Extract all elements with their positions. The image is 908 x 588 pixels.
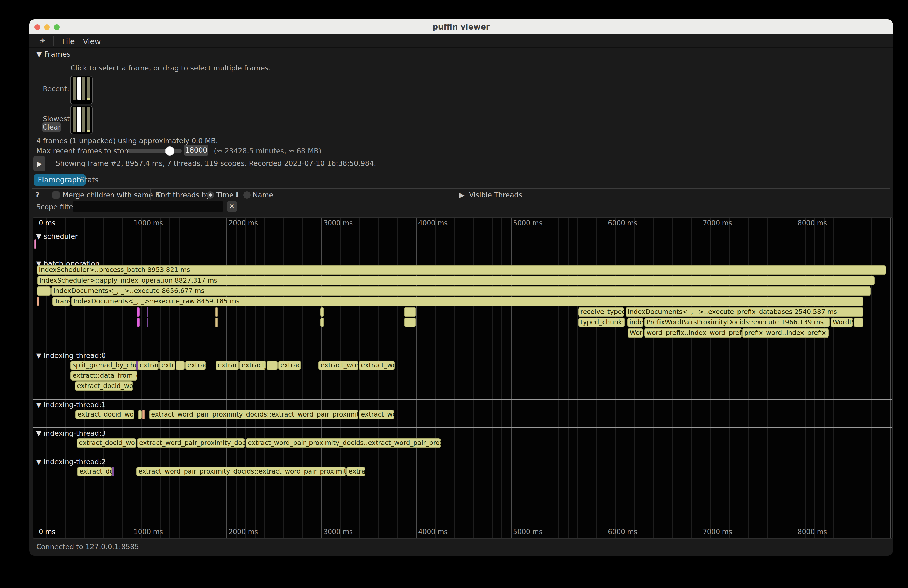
sort-direction-icon[interactable]: ⬇	[234, 191, 240, 199]
flame-bar[interactable]: Trans	[52, 297, 70, 306]
flame-bar[interactable]: extrac	[185, 361, 206, 370]
flame-bar[interactable]: extract_word	[319, 361, 358, 370]
thread-section-separator	[34, 349, 892, 349]
frame-bar[interactable]	[82, 77, 85, 100]
visible-threads-label: Visible Threads	[469, 191, 522, 199]
menu-item-view[interactable]: View	[83, 37, 101, 46]
flame-bar[interactable]	[34, 239, 36, 249]
flame-bar[interactable]	[215, 307, 218, 317]
flame-bar[interactable]: split_grenad_by_chun	[71, 361, 137, 370]
flame-bar[interactable]: extract_	[216, 361, 239, 370]
sort-time-radio[interactable]	[207, 191, 214, 199]
flame-bar[interactable]: IndexScheduler>::process_batch 8953.821 …	[37, 265, 886, 275]
max-frames-value[interactable]: 18000	[184, 145, 208, 156]
flame-bar[interactable]: extract_doc	[77, 467, 112, 476]
flame-bar[interactable]	[136, 361, 138, 370]
flame-bar[interactable]: extract	[138, 361, 159, 370]
scope-filter-input[interactable]	[73, 201, 223, 212]
flame-bar[interactable]: prefix_word::index_prefix_wo	[742, 328, 829, 338]
flame-bar[interactable]: extract_docid_word	[75, 381, 133, 391]
help-button[interactable]: ?	[35, 191, 39, 199]
flame-bar[interactable]: extra	[159, 361, 175, 370]
flame-bar[interactable]: extract::data_from_ob	[71, 371, 137, 381]
frame-bar[interactable]	[87, 107, 90, 132]
slider-knob[interactable]	[165, 146, 174, 156]
play-button[interactable]: ▶	[34, 156, 45, 171]
collapse-arrow-icon: ▶	[459, 191, 465, 199]
sort-name-radio[interactable]	[243, 191, 251, 199]
axis-tick-top: 2000 ms	[229, 219, 258, 227]
flame-bar[interactable]	[320, 307, 324, 317]
flame-bar[interactable]: PrefixWordPairsProximityDocids::execute …	[644, 318, 830, 327]
recent-frames-thumbnail[interactable]	[70, 76, 92, 104]
flame-bar[interactable]	[215, 318, 218, 327]
flame-bar[interactable]: index	[627, 318, 643, 327]
flame-bar[interactable]: receive_typed_	[578, 307, 624, 317]
flame-bar[interactable]: extract_wo	[359, 410, 394, 419]
thread-header-scheduler[interactable]: ▼ scheduler	[36, 232, 78, 240]
flame-bar[interactable]: extract	[278, 361, 301, 370]
menu-item-file[interactable]: File	[62, 37, 75, 46]
flame-bar[interactable]: IndexDocuments<_, _>::execute_raw 8459.1…	[71, 297, 863, 306]
flame-bar[interactable]: IndexScheduler>::apply_index_operation 8…	[37, 276, 874, 286]
flame-bar[interactable]: extract_docid_word	[76, 410, 134, 419]
app-window: puffin viewer ☀ File View ▼ Frames Click…	[29, 19, 893, 556]
thread-header-indexing-thread-0[interactable]: ▼ indexing-thread:0	[36, 352, 106, 360]
slowest-frames-thumbnail[interactable]	[70, 106, 92, 134]
axis-tick-top: 8000 ms	[798, 219, 827, 227]
divider	[46, 189, 47, 201]
frames-section-header[interactable]: ▼ Frames	[36, 50, 71, 59]
frame-bar[interactable]	[73, 77, 76, 100]
frame-bar-selected[interactable]	[77, 77, 81, 100]
flame-bar[interactable]: extract_word_pair_proximity_docids::extr…	[149, 410, 358, 419]
flame-bar[interactable]	[267, 361, 277, 370]
flame-bar[interactable]: extrac	[346, 467, 365, 476]
clear-button[interactable]: Clear	[42, 122, 61, 132]
frame-bar-selected[interactable]	[77, 107, 81, 132]
flame-bar[interactable]	[320, 318, 324, 327]
clear-filter-button[interactable]: ✕	[227, 201, 237, 212]
thread-header-indexing-thread-2[interactable]: ▼ indexing-thread:2	[36, 458, 106, 466]
flame-bar[interactable]: typed_chunk::w	[578, 318, 625, 327]
thread-header-indexing-thread-3[interactable]: ▼ indexing-thread:3	[36, 429, 106, 437]
visible-threads-header[interactable]: ▶ Visible Threads	[459, 191, 522, 199]
frame-bar[interactable]	[82, 107, 85, 132]
frame-bar-sliver	[87, 98, 90, 100]
flame-bar[interactable]: extract_word_pair_proximity_docids::extr…	[136, 467, 346, 476]
flame-bar[interactable]	[112, 467, 114, 476]
flame-bar[interactable]: extract_wo	[359, 361, 394, 370]
flame-bar[interactable]: Word	[628, 328, 643, 338]
thread-header-indexing-thread-1[interactable]: ▼ indexing-thread:1	[36, 401, 106, 409]
axis-tick-top: 1000 ms	[134, 219, 163, 227]
flame-bar[interactable]: extract_word_pair_proximity_docids::extr…	[246, 438, 441, 448]
flame-bar[interactable]	[137, 307, 140, 317]
flame-bar[interactable]: IndexDocuments<_, _>::execute_prefix_dat…	[626, 307, 863, 317]
flame-bar[interactable]	[404, 307, 416, 317]
flame-bar[interactable]: IndexDocuments<_, _>::execute 8656.677 m…	[51, 286, 871, 296]
flame-bar[interactable]	[404, 318, 416, 327]
axis-tick-bottom: 1000 ms	[134, 528, 163, 536]
theme-toggle-icon[interactable]: ☀	[39, 37, 46, 45]
flame-bar[interactable]	[138, 410, 142, 419]
flamegraph-panel[interactable]: 0 ms1000 ms2000 ms3000 ms4000 ms5000 ms6…	[33, 217, 893, 539]
flame-bar[interactable]	[142, 410, 145, 419]
title-bar: puffin viewer	[29, 19, 893, 34]
flame-bar[interactable]	[37, 286, 50, 296]
flame-bar[interactable]: extract_word_pair_proximity_docids	[137, 438, 245, 448]
flame-bar[interactable]	[137, 318, 140, 327]
merge-children-checkbox[interactable]	[52, 191, 60, 199]
flame-bar[interactable]	[147, 318, 148, 327]
max-frames-slider[interactable]	[128, 149, 182, 153]
flame-bar[interactable]	[37, 297, 39, 306]
axis-tick-bottom: 6000 ms	[608, 528, 637, 536]
frame-bar[interactable]	[87, 77, 90, 100]
frame-bar[interactable]	[73, 107, 76, 132]
flame-bar[interactable]: word_prefix::index_word_prefix_	[644, 328, 742, 338]
tab-stats[interactable]: Stats	[76, 174, 103, 186]
flame-bar[interactable]: extract_docid_word	[77, 438, 136, 448]
flame-bar[interactable]	[854, 318, 863, 327]
flame-bar[interactable]: extract_	[240, 361, 266, 370]
flame-bar[interactable]	[147, 307, 148, 317]
flame-bar[interactable]: WordPr	[831, 318, 853, 327]
flame-bar[interactable]	[176, 361, 185, 370]
